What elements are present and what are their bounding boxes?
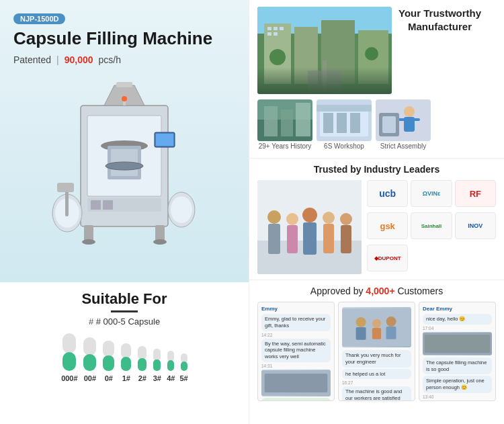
- trust-title: Your Trustworthy Manufacturer: [398, 7, 481, 33]
- logo-dvine: ΩVΙΝε: [411, 180, 452, 207]
- capsule-item-000: 000#: [60, 333, 78, 382]
- speed-value: 90,000: [65, 54, 93, 65]
- chat-box-3: Dear Emmy nice day, hello 😊 17:04 The ca…: [419, 302, 496, 401]
- chat-photo-2: [342, 307, 411, 347]
- svg-rect-21: [91, 200, 101, 210]
- trust-section: Your Trustworthy Manufacturer: [249, 0, 504, 159]
- svg-rect-93: [372, 328, 381, 339]
- chat-msg-1-3: Thank you for your feedback, it's a plea…: [261, 398, 331, 401]
- svg-point-90: [356, 317, 366, 327]
- years-history-image: [257, 99, 312, 141]
- years-history-block: 29+ Years History: [257, 99, 312, 150]
- factory-main-image: [257, 7, 392, 94]
- chat-msg-2-2: he helped us a lot: [342, 369, 411, 380]
- assembly-block: Strict Assembly: [376, 99, 431, 150]
- svg-rect-22: [103, 200, 113, 210]
- model-badge: NJP-1500D: [13, 13, 65, 24]
- capsule-item-1: 1#: [120, 343, 132, 382]
- svg-rect-49: [280, 27, 284, 30]
- capsule-label-3: 3#: [153, 374, 161, 382]
- svg-rect-9: [156, 134, 173, 146]
- product-title: Capsule Filling Machine: [13, 28, 235, 49]
- svg-rect-63: [323, 113, 333, 133]
- trust-header: Your Trustworthy Manufacturer: [257, 7, 496, 94]
- svg-point-54: [269, 49, 286, 65]
- svg-rect-34: [138, 358, 146, 371]
- svg-rect-73: [382, 116, 396, 133]
- main-container: NJP-1500D Capsule Filling Machine Patent…: [0, 0, 504, 424]
- left-panel: NJP-1500D Capsule Filling Machine Patent…: [0, 0, 249, 424]
- chat-time-1: 14:22: [261, 333, 331, 337]
- capsule-label-00: 00#: [84, 374, 96, 382]
- svg-rect-23: [65, 189, 69, 216]
- industry-content: ucb ΩVΙΝε RF gsk Sainhall INOV: [257, 180, 496, 274]
- svg-rect-58: [264, 106, 278, 136]
- svg-rect-65: [350, 113, 360, 133]
- svg-rect-25: [62, 333, 76, 353]
- logo-sainhall: Sainhall: [411, 212, 452, 239]
- capsule-item-3: 3#: [152, 349, 162, 382]
- svg-rect-32: [121, 357, 131, 371]
- speed-unit: pcs/h: [99, 54, 121, 65]
- logo-gsk: gsk: [367, 212, 408, 239]
- chat-msg-2-3: The machine is good and our workers are …: [342, 386, 411, 401]
- trust-text-block: Your Trustworthy Manufacturer: [398, 7, 481, 33]
- svg-rect-64: [337, 113, 347, 133]
- svg-rect-27: [83, 337, 96, 355]
- chat-msg-3-1: nice day, hello 😊: [423, 314, 492, 325]
- chat-name-1: Emmy: [261, 306, 331, 312]
- chat-image-3: [423, 332, 492, 355]
- svg-rect-66: [317, 105, 372, 112]
- team-photo: [257, 180, 362, 274]
- workshop-image: [317, 99, 372, 141]
- assembly-image: [376, 99, 431, 141]
- product-subtitle: Patented | 90,000 pcs/h: [13, 54, 235, 65]
- customers-prefix: Approved by: [310, 286, 366, 296]
- product-info-section: NJP-1500D Capsule Filling Machine Patent…: [0, 0, 249, 282]
- svg-rect-95: [386, 327, 396, 339]
- capsule-label-4: 4#: [167, 374, 175, 382]
- chat-time-2: 14:31: [261, 364, 331, 368]
- chat-box-1: Emmy Emmy, glad to receive your gift, th…: [257, 302, 335, 401]
- svg-rect-40: [181, 362, 187, 371]
- capsule-item-5: 5#: [179, 353, 187, 382]
- logo-rf: RF: [455, 180, 496, 207]
- chat-msg-3-3: Simple operation, just one person enough…: [423, 376, 492, 393]
- workshop-block: 6S Workshop: [317, 99, 372, 150]
- svg-point-77: [267, 210, 281, 224]
- capsule-range: # # 000-5 Capsule: [89, 316, 160, 327]
- chat-msg-1-2: By the way, semi automatic capsule filli…: [261, 339, 331, 362]
- svg-point-55: [365, 47, 378, 60]
- svg-rect-52: [308, 71, 341, 94]
- svg-rect-39: [181, 353, 187, 363]
- subtitle-divider: |: [56, 54, 59, 65]
- capsules-row: 000# 00# 0# 1#: [60, 333, 187, 382]
- right-panel: Your Trustworthy Manufacturer: [249, 0, 504, 424]
- capsule-item-00: 00#: [82, 337, 97, 382]
- svg-rect-44: [294, 27, 318, 84]
- svg-rect-24: [57, 183, 74, 192]
- industry-section: Trusted by Industry Leaders: [249, 159, 504, 280]
- svg-point-85: [340, 213, 352, 225]
- capsule-label-1: 1#: [122, 374, 130, 382]
- customers-section: Approved by 4,000+ Customers Emmy Emmy, …: [249, 280, 504, 424]
- machine-image-area: [13, 72, 235, 260]
- logo-dupont: ◆DUPONT: [367, 245, 408, 271]
- svg-point-83: [323, 212, 335, 224]
- chat-name-3: Dear Emmy: [423, 306, 492, 312]
- assembly-label: Strict Assembly: [380, 142, 426, 150]
- machine-illustration: [30, 79, 218, 253]
- capsule-range-value: # 000-5 Capsule: [96, 316, 160, 327]
- suitable-title: Suitable For: [81, 290, 167, 308]
- chat-msg-3-4: That's great: [423, 400, 492, 401]
- customers-suffix: Customers: [395, 286, 444, 296]
- svg-point-79: [286, 213, 298, 225]
- svg-rect-47: [267, 27, 271, 30]
- svg-rect-60: [296, 103, 310, 136]
- years-history-label: 29+ Years History: [259, 142, 312, 150]
- chat-time-3: 16:27: [342, 380, 411, 385]
- capsule-label-5: 5#: [179, 374, 187, 382]
- svg-rect-84: [323, 224, 334, 253]
- svg-rect-80: [287, 225, 298, 253]
- svg-rect-88: [265, 374, 328, 392]
